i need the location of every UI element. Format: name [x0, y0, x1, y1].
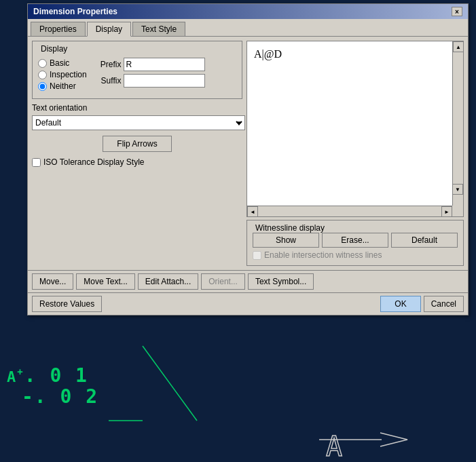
suffix-label: Suffix: [100, 76, 122, 85]
scroll-down-arrow[interactable]: ▼: [452, 184, 463, 195]
radio-inspection-row: Inspection: [38, 70, 87, 79]
action-buttons-row: Move... Move Text... Edit Attach... Orie…: [28, 270, 468, 292]
confirm-buttons-row: Restore Values OK Cancel: [28, 292, 468, 315]
dialog-title: Dimension Properties: [33, 7, 117, 16]
preview-scrollbar-horizontal[interactable]: ◄ ►: [247, 206, 452, 216]
ok-button[interactable]: OK: [380, 296, 420, 312]
tab-content: Display Basic Inspection: [28, 37, 468, 270]
intersection-witness-row: Enable intersection witness lines: [253, 250, 458, 260]
radio-neither-label: Neither: [50, 81, 76, 91]
iso-tolerance-checkbox[interactable]: [32, 158, 41, 167]
prefix-suffix-group: Prefix Suffix: [100, 58, 206, 88]
radio-inspection[interactable]: [38, 71, 47, 79]
iso-tolerance-label: ISO Tolerance Display Style: [43, 157, 145, 167]
edit-attach-button[interactable]: Edit Attach...: [138, 273, 198, 290]
right-panel: A|@D ▲ ▼ ◄ ►: [246, 41, 464, 266]
iso-tolerance-row: ISO Tolerance Display Style: [32, 157, 242, 167]
scrollbar-corner: [452, 206, 463, 216]
text-orientation-label: Text orientation: [32, 103, 242, 113]
intersection-label: Enable intersection witness lines: [264, 250, 382, 260]
erase-button[interactable]: Erase...: [322, 233, 388, 248]
show-button[interactable]: Show: [253, 233, 319, 248]
default-button[interactable]: Default: [391, 233, 458, 248]
preview-content: A|@D: [247, 41, 463, 67]
flip-arrows-button[interactable]: Flip Arrows: [103, 136, 171, 152]
prefix-input[interactable]: [124, 58, 205, 71]
svg-line-0: [143, 346, 197, 421]
svg-text:A: A: [326, 431, 342, 462]
scroll-left-arrow[interactable]: ◄: [247, 206, 258, 217]
restore-values-button[interactable]: Restore Values: [32, 296, 102, 312]
dimension-properties-dialog: Dimension Properties × Properties Displa…: [27, 3, 469, 315]
display-group-title: Display: [38, 44, 70, 54]
tab-bar: Properties Display Text Style: [28, 19, 468, 37]
witness-buttons-row: Show Erase... Default: [253, 233, 458, 248]
preview-scrollbar-vertical[interactable]: ▲ ▼: [452, 41, 463, 206]
radio-neither-row: Neither: [38, 81, 87, 91]
scroll-right-arrow[interactable]: ►: [441, 206, 452, 217]
radio-basic-row: Basic: [38, 58, 87, 68]
close-button[interactable]: ×: [452, 7, 462, 16]
preview-area: A|@D ▲ ▼ ◄ ►: [246, 41, 464, 217]
orientation-select[interactable]: Default Horizontal Vertical Aligned: [32, 115, 245, 130]
left-panel: Display Basic Inspection: [32, 41, 242, 266]
move-text-button[interactable]: Move Text...: [76, 273, 134, 290]
tab-display[interactable]: Display: [87, 22, 131, 37]
intersection-checkbox[interactable]: [253, 251, 261, 260]
radio-group: Basic Inspection Neither: [38, 56, 87, 93]
orient-button[interactable]: Orient...: [201, 273, 245, 290]
cancel-button[interactable]: Cancel: [424, 296, 464, 312]
display-group: Display Basic Inspection: [32, 41, 242, 99]
tab-properties[interactable]: Properties: [31, 22, 86, 36]
text-orientation-section: Text orientation Default Horizontal Vert…: [32, 103, 242, 130]
text-symbol-button[interactable]: Text Symbol...: [248, 273, 314, 290]
radio-neither[interactable]: [38, 82, 47, 91]
radio-basic-label: Basic: [50, 58, 69, 68]
preview-text: A|@D: [254, 48, 282, 60]
scroll-up-arrow[interactable]: ▲: [453, 41, 464, 52]
suffix-input[interactable]: [124, 74, 205, 88]
witnessline-group: Witnessline display Show Erase... Defaul…: [246, 220, 464, 266]
witnessline-title: Witnessline display: [253, 223, 327, 233]
dialog-titlebar: Dimension Properties ×: [28, 4, 468, 19]
orientation-select-row: Default Horizontal Vertical Aligned ▼: [32, 115, 242, 130]
move-button[interactable]: Move...: [32, 273, 73, 290]
prefix-label: Prefix: [100, 60, 122, 69]
cad-dimension-text: A+. 0 1 -. 0 2: [7, 366, 98, 408]
radio-basic[interactable]: [38, 59, 47, 68]
tab-text-style[interactable]: Text Style: [132, 22, 185, 36]
radio-inspection-label: Inspection: [50, 70, 87, 79]
